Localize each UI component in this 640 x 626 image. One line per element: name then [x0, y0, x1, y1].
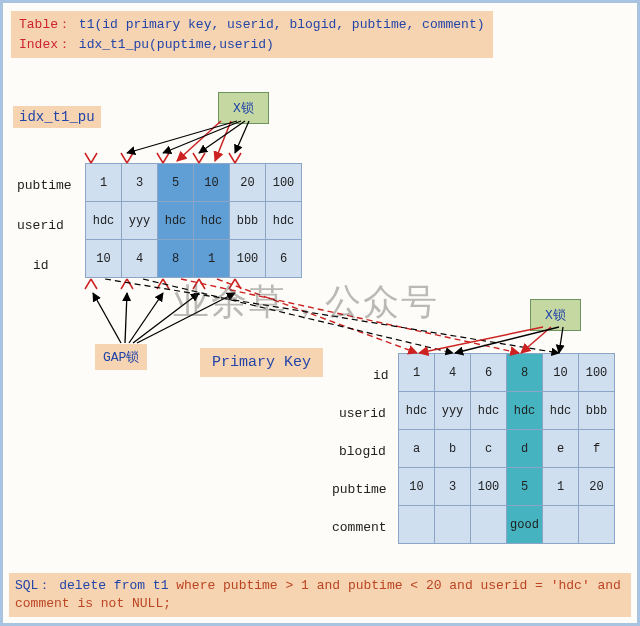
- table-row: hdcyyyhdchdchdcbbb: [399, 392, 615, 430]
- watermark: 业余草，公众号: [173, 278, 439, 327]
- primary-key-label: Primary Key: [200, 348, 323, 377]
- table-label: Table：: [19, 17, 71, 32]
- pk-row-label: id: [373, 368, 389, 383]
- pk-row-label: pubtime: [332, 482, 387, 497]
- svg-line-4: [199, 121, 245, 153]
- table-row: 10 4 8 1 100 6: [86, 240, 302, 278]
- pk-row-label: userid: [339, 406, 386, 421]
- index-table: 1 3 5 10 20 100 hdc yyy hdc hdc bbb hdc …: [85, 163, 302, 278]
- svg-line-5: [235, 121, 249, 153]
- svg-line-14: [143, 279, 453, 353]
- schema-header: Table： t1(id primary key, userid, blogid…: [11, 11, 493, 58]
- idx-row-label: userid: [17, 218, 64, 233]
- table-def: t1(id primary key, userid, blogid, pubti…: [79, 17, 485, 32]
- svg-line-2: [127, 121, 237, 153]
- svg-line-10: [137, 293, 235, 343]
- gap-lock-label: GAP锁: [95, 344, 147, 370]
- table-row: 1031005120: [399, 468, 615, 506]
- svg-line-6: [93, 293, 121, 343]
- svg-line-8: [129, 293, 163, 343]
- svg-line-1: [215, 121, 231, 161]
- xlock-label-1: X锁: [218, 92, 269, 124]
- table-row: abcdef: [399, 430, 615, 468]
- sql-stmt: delete from t1: [59, 578, 176, 593]
- table-row: 146810100: [399, 354, 615, 392]
- svg-line-15: [419, 327, 543, 353]
- xlock-label-2: X锁: [530, 299, 581, 331]
- index-name-box: idx_t1_pu: [13, 106, 101, 128]
- svg-line-11: [181, 279, 519, 353]
- idx-row-label: pubtime: [17, 178, 72, 193]
- primary-key-table: 146810100 hdcyyyhdchdchdcbbb abcdef 1031…: [398, 353, 615, 544]
- table-row: good: [399, 506, 615, 544]
- index-def: idx_t1_pu(puptime,userid): [79, 37, 274, 52]
- sql-statement: SQL： delete from t1 where pubtime > 1 an…: [9, 573, 631, 617]
- idx-row-label: id: [33, 258, 49, 273]
- svg-line-13: [105, 279, 559, 353]
- svg-line-3: [163, 121, 241, 153]
- table-row: hdc yyy hdc hdc bbb hdc: [86, 202, 302, 240]
- svg-line-7: [125, 293, 127, 343]
- sql-prefix: SQL：: [15, 578, 51, 593]
- svg-line-0: [177, 121, 221, 161]
- svg-line-9: [133, 293, 199, 343]
- svg-line-12: [217, 279, 417, 353]
- pk-row-label: comment: [332, 520, 387, 535]
- table-row: 1 3 5 10 20 100: [86, 164, 302, 202]
- index-label: Index：: [19, 37, 71, 52]
- pk-row-label: blogid: [339, 444, 386, 459]
